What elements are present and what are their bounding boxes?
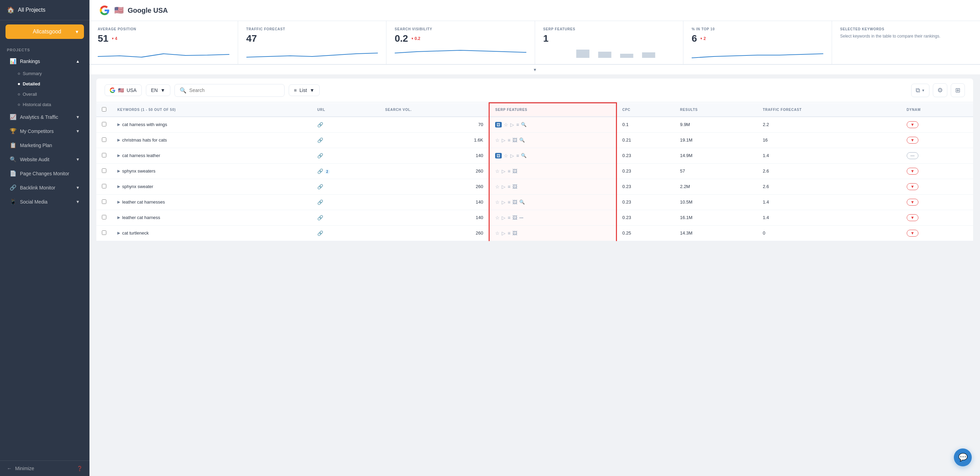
url-link-icon[interactable]: 🔗 <box>317 230 323 236</box>
keyword-expand-icon[interactable]: ▶ <box>117 169 120 173</box>
google-logo <box>99 5 110 16</box>
dynamic-cell: ▼ <box>901 117 973 133</box>
keyword-expand-icon[interactable]: ▶ <box>117 153 120 158</box>
stat-avg-position: AVERAGE POSITION 51 4 <box>89 21 238 64</box>
sidebar-item-detailed[interactable]: Detailed <box>13 79 87 89</box>
row-checkbox[interactable] <box>102 122 106 126</box>
serp-image-icon: 🖼 <box>512 184 517 189</box>
serp-video-icon: ▷ <box>510 153 514 158</box>
search-input[interactable] <box>189 88 279 93</box>
cpc-cell: 0.23 <box>616 210 675 225</box>
url-link-icon[interactable]: 🔗 <box>317 200 323 205</box>
sidebar-item-competitors[interactable]: 🏆 My Competitors ▼ <box>3 125 87 138</box>
row-checkbox[interactable] <box>102 215 106 219</box>
sidebar-item-overall[interactable]: Overall <box>13 89 87 99</box>
chevron-down-2-icon: ▼ <box>76 115 80 120</box>
url-count-badge: 2 <box>325 169 330 174</box>
row-checkbox[interactable] <box>102 137 106 142</box>
country-selector[interactable]: 🇺🇸 USA <box>105 85 142 96</box>
detailed-label: Detailed <box>23 81 40 86</box>
url-link-icon[interactable]: 🔗 <box>317 215 323 220</box>
analytics-label: Analytics & Traffic <box>20 114 58 120</box>
dynamic-cell: ▼ <box>901 132 973 148</box>
keyword-text: leather cat harness <box>122 215 160 220</box>
sidebar-item-marketing[interactable]: 📋 Marketing Plan <box>3 139 87 152</box>
traffic-forecast-cell: 1.4 <box>757 210 901 225</box>
search-box[interactable]: 🔍 <box>175 84 285 97</box>
minimize-button[interactable]: ← Minimize ❓ <box>0 460 89 476</box>
keyword-expand-icon[interactable]: ▶ <box>117 138 120 142</box>
row-checkbox[interactable] <box>102 168 106 173</box>
filter-button[interactable]: ⚙ <box>933 83 947 97</box>
search-visibility-label: SEARCH VISIBILITY <box>395 27 527 31</box>
results-cell: 16.1M <box>675 210 757 225</box>
columns-button[interactable]: ⊞ <box>951 83 965 97</box>
keyword-expand-icon[interactable]: ▶ <box>117 122 120 127</box>
keyword-expand-icon[interactable]: ▶ <box>117 215 120 220</box>
analytics-icon: 📈 <box>10 113 16 120</box>
sidebar-item-rankings[interactable]: 📊 Rankings ▲ <box>3 54 87 68</box>
sidebar-item-summary[interactable]: Summary <box>13 69 87 78</box>
chevron-down-6-icon: ▼ <box>76 200 80 204</box>
results-cell: 14.3M <box>675 225 757 241</box>
keyword-expand-icon[interactable]: ▶ <box>117 184 120 189</box>
project-selector[interactable]: Allcatsgood ▼ <box>5 24 84 39</box>
language-selector[interactable]: EN ▼ <box>146 85 170 96</box>
keyword-expand-icon[interactable]: ▶ <box>117 200 120 204</box>
chat-bubble[interactable]: 💬 <box>954 449 972 466</box>
url-cell: 🔗 <box>312 194 380 210</box>
url-link-icon[interactable]: 🔗 <box>317 122 323 128</box>
keyword-expand-icon[interactable]: ▶ <box>117 231 120 235</box>
row-checkbox[interactable] <box>102 184 106 188</box>
chat-icon: 💬 <box>958 453 967 462</box>
row-checkbox[interactable] <box>102 153 106 157</box>
sidebar-item-analytics[interactable]: 📈 Analytics & Traffic ▼ <box>3 110 87 124</box>
row-checkbox[interactable] <box>102 200 106 204</box>
keyword-text: cat turtleneck <box>122 230 149 236</box>
serp-image-active-icon: 🖼 <box>495 153 502 158</box>
stat-top10: % IN TOP 10 6 2 <box>683 21 832 64</box>
social-label: Social Media <box>20 199 48 204</box>
all-projects-link[interactable]: 🏠 All Projects <box>0 0 89 20</box>
table-row: ▶ cat turtleneck 🔗 260 ☆ ▷ ≡ 🖼 0.25 14.3… <box>96 225 973 241</box>
copy-button[interactable]: ⧉ ▼ <box>911 84 929 97</box>
summary-label: Summary <box>23 71 42 76</box>
chevron-down-4-icon: ▼ <box>76 157 80 162</box>
table-row: ▶ cat harness leather 🔗 140 🖼 ☆ ▷ ≡ 🔍 0.… <box>96 148 973 163</box>
url-link-icon[interactable]: 🔗 <box>317 137 323 143</box>
serp-star-icon: ☆ <box>495 137 500 143</box>
top10-chart <box>692 47 823 59</box>
table-row: ▶ cat harness with wings 🔗 70 🖼 ☆ ▷ ≡ 🔍 … <box>96 117 973 133</box>
dynamic-pill: ▼ <box>907 199 918 206</box>
sidebar-item-historical[interactable]: Historical data <box>13 99 87 110</box>
competitors-label: My Competitors <box>20 128 54 134</box>
chevron-copy-icon: ▼ <box>921 88 925 92</box>
project-name: Allcatsgood <box>33 29 61 35</box>
url-link-icon[interactable]: 🔗 <box>317 184 323 189</box>
sidebar-item-social[interactable]: 📱 Social Media ▼ <box>3 195 87 208</box>
stat-traffic-forecast: TRAFFIC FORECAST 47 <box>238 21 387 64</box>
url-link-icon[interactable]: 🔗 <box>317 168 323 174</box>
url-link-icon[interactable]: 🔗 <box>317 153 323 158</box>
row-checkbox[interactable] <box>102 230 106 235</box>
col-checkbox <box>96 103 112 117</box>
page-title: Google USA <box>128 6 168 14</box>
col-keywords: KEYWORDS (1 - 50 OUT OF 50) <box>112 103 312 117</box>
overall-label: Overall <box>23 92 37 97</box>
sidebar-item-pages[interactable]: 📄 Page Changes Monitor <box>3 167 87 180</box>
sidebar-item-audit[interactable]: 🔍 Website Audit ▼ <box>3 153 87 166</box>
expand-button[interactable]: ▾ <box>89 64 980 74</box>
row-checkbox-cell <box>96 210 112 225</box>
row-checkbox-cell <box>96 179 112 194</box>
content-area: 🇺🇸 USA EN ▼ 🔍 ≡ List ▼ ⧉ ▼ <box>89 78 980 248</box>
serp-search-icon: 🔍 <box>519 200 525 204</box>
help-icon[interactable]: ❓ <box>77 466 83 471</box>
rankings-sub-nav: Summary Detailed Overall Historical data <box>0 68 89 110</box>
view-mode-selector[interactable]: ≡ List ▼ <box>289 85 320 96</box>
project-icon <box>10 28 18 35</box>
select-all-checkbox[interactable] <box>102 107 106 112</box>
dynamic-pill: ▼ <box>907 168 918 175</box>
traffic-forecast-cell: 2.6 <box>757 163 901 179</box>
sidebar-item-backlink[interactable]: 🔗 Backlink Monitor ▼ <box>3 181 87 194</box>
url-cell: 🔗 <box>312 225 380 241</box>
